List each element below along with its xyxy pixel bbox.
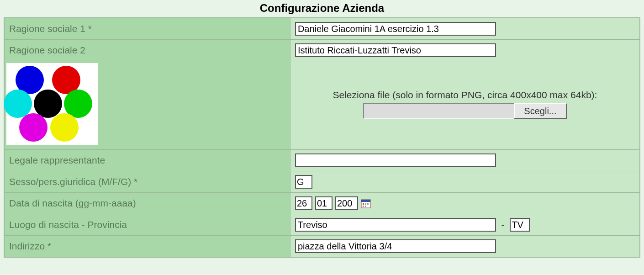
page-title: Configurazione Azienda (4, 1, 640, 17)
file-hint: Seleziona file (solo in formato PNG, cir… (295, 90, 635, 100)
label-legale-rappresentante: Legale rappresentante (4, 150, 290, 171)
label-ragione-sociale-2: Ragione sociale 2 (4, 40, 290, 61)
ragione-sociale-2-input[interactable] (295, 43, 496, 57)
legale-rappresentante-input[interactable] (295, 153, 496, 167)
label-data-nascita: Data di nascita (gg-mm-aaaa) (4, 193, 290, 214)
data-nascita-year-input[interactable] (335, 196, 358, 210)
provincia-input[interactable] (510, 218, 530, 232)
label-ragione-sociale-1: Ragione sociale 1 * (4, 18, 290, 40)
logo-circle-icon (34, 90, 62, 118)
calendar-icon[interactable] (361, 198, 371, 208)
file-choose-button[interactable]: Scegli... (514, 103, 566, 119)
svg-rect-6 (365, 206, 366, 207)
luogo-nascita-input[interactable] (295, 218, 496, 232)
logo-circle-icon (4, 90, 32, 118)
provincia-separator: - (501, 219, 504, 230)
indirizzo-input[interactable] (295, 239, 496, 253)
label-indirizzo: Indirizzo * (4, 236, 290, 258)
file-path-display[interactable] (363, 103, 514, 119)
svg-rect-2 (363, 203, 364, 205)
ragione-sociale-1-input[interactable] (295, 22, 496, 36)
config-form: Ragione sociale 1 * Ragione sociale 2 (4, 17, 640, 258)
logo-circle-icon (19, 113, 48, 142)
logo-circle-icon (50, 113, 79, 142)
svg-rect-3 (365, 203, 366, 205)
svg-rect-1 (361, 200, 370, 202)
svg-rect-5 (363, 206, 364, 207)
data-nascita-day-input[interactable] (295, 196, 312, 210)
svg-rect-4 (367, 203, 369, 205)
data-nascita-month-input[interactable] (315, 196, 333, 210)
label-sesso: Sesso/pers.giuridica (M/F/G) * (4, 171, 290, 193)
logo-preview (6, 63, 98, 145)
sesso-input[interactable] (295, 175, 312, 189)
label-luogo-nascita: Luogo di nascita - Provincia (4, 214, 290, 236)
